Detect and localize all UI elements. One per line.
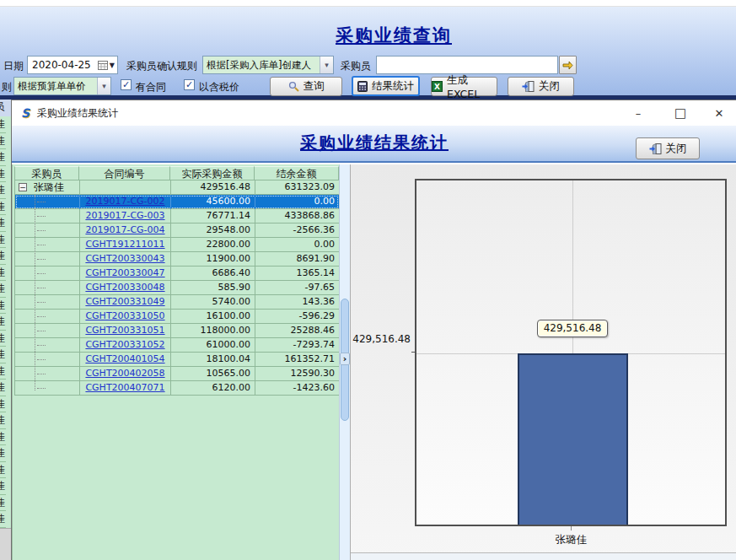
table-row[interactable]: 2019017-CG-004 29548.00 -2566.36 xyxy=(15,223,339,238)
contract-link[interactable]: CGHT200331050 xyxy=(85,310,164,321)
actual-amount-cell: 11900.00 xyxy=(171,252,255,267)
background-grid-row-fragment: 佳 xyxy=(0,331,6,347)
contract-link[interactable]: CGHT200330047 xyxy=(85,267,164,278)
splitter-collapse-button[interactable]: › xyxy=(340,353,350,365)
balance-amount-cell: -2566.36 xyxy=(255,223,340,238)
balance-amount-cell: 143.36 xyxy=(255,295,340,310)
bar-zhanglujia[interactable] xyxy=(518,353,628,525)
maximize-button[interactable]: □ xyxy=(666,100,695,126)
contract-cell: CGHT200331049 xyxy=(80,295,171,310)
balance-amount-cell: -1423.60 xyxy=(255,381,340,396)
contract-link[interactable]: 2019017-CG-003 xyxy=(85,210,164,221)
buyer-picker-button[interactable] xyxy=(559,56,577,74)
buyer-label: 采购员 xyxy=(341,59,371,73)
contract-link[interactable]: CGHT191211011 xyxy=(85,239,164,250)
contract-link[interactable]: 2019017-CG-004 xyxy=(85,224,164,235)
tree-connector xyxy=(37,245,46,245)
contract-link[interactable]: CGHT200330043 xyxy=(85,253,164,264)
tree-connector xyxy=(37,302,46,303)
table-row[interactable]: CGHT200331051 118000.00 25288.46 xyxy=(15,324,339,338)
col-balance[interactable]: 结余金额 xyxy=(255,166,339,180)
export-excel-button-label: 生成EXCEL xyxy=(447,73,497,100)
price-rule-label: 则 xyxy=(2,80,12,94)
close-query-button[interactable]: 关闭 xyxy=(508,77,574,96)
contract-cell: CGHT200401054 xyxy=(80,353,171,367)
dialog-content: 采购员 合同编号 实际采购金额 结余金额 − 张璐佳 429516.48 6 xyxy=(12,164,736,560)
dialog-titlebar[interactable]: S 采购业绩结果统计 – □ ✕ xyxy=(12,100,736,126)
tree-cell xyxy=(15,267,80,281)
tree-cell xyxy=(15,223,80,238)
minimize-button[interactable]: – xyxy=(624,100,653,126)
calendar-icon[interactable] xyxy=(98,60,108,70)
actual-amount-cell: 5740.00 xyxy=(171,295,255,310)
background-grid-row-fragment: 佳 xyxy=(0,149,6,166)
actual-amount-cell: 6120.00 xyxy=(171,381,255,396)
tree-cell xyxy=(15,381,80,396)
contract-link[interactable]: 2019017-CG-002 xyxy=(85,196,164,207)
tax-price-checkbox[interactable]: ✓ xyxy=(184,79,195,90)
background-grid-row-fragment: 佳 xyxy=(0,199,6,216)
chevron-down-icon[interactable]: ▾ xyxy=(320,57,333,73)
contract-cell: 2019017-CG-004 xyxy=(80,223,171,238)
background-grid-row-fragment: 佳 xyxy=(0,248,6,265)
background-grid-row-fragment: 佳 xyxy=(0,495,6,512)
table-row[interactable]: CGHT200402058 10565.00 12590.30 xyxy=(15,367,339,381)
background-grid-row-fragment: 佳 xyxy=(0,182,6,199)
contract-link[interactable]: CGHT200402058 xyxy=(85,368,164,379)
actual-amount-cell: 45600.00 xyxy=(171,195,255,209)
buyer-cell: − 张璐佳 xyxy=(15,180,80,195)
tree-connector xyxy=(37,230,46,231)
result-stats-button[interactable]: 结果统计 xyxy=(352,76,420,96)
desktop-top-strip xyxy=(0,0,736,7)
close-dialog-button[interactable]: 关闭 xyxy=(636,137,700,159)
col-buyer[interactable]: 采购员 xyxy=(14,166,79,180)
x-axis-category-label: 张璐佳 xyxy=(520,533,622,547)
export-excel-button[interactable]: X 生成EXCEL xyxy=(431,77,497,96)
table-row[interactable]: CGHT200331049 5740.00 143.36 xyxy=(15,295,339,310)
table-row[interactable]: 2019017-CG-003 76771.14 433868.86 xyxy=(15,209,339,223)
table-row[interactable]: 2019017-CG-002 45600.00 0.00 xyxy=(15,195,339,209)
contract-link[interactable]: CGHT200331049 xyxy=(85,296,164,307)
table-row[interactable]: CGHT200401054 18100.04 161352.71 xyxy=(15,353,339,367)
date-dropdown-arrow-icon[interactable]: ▼ xyxy=(110,62,115,69)
price-rule-value: 根据预算单单价 xyxy=(18,80,86,93)
table-row[interactable]: CGHT200330047 6686.40 1365.14 xyxy=(15,267,339,281)
contract-cell: CGHT200331051 xyxy=(80,324,171,338)
contract-link[interactable]: CGHT200407071 xyxy=(85,382,164,393)
bar-chart-plot xyxy=(415,179,727,526)
balance-amount-cell: -7293.74 xyxy=(255,338,340,353)
balance-amount-cell: -596.29 xyxy=(255,310,340,324)
result-stats-button-label: 结果统计 xyxy=(372,79,414,94)
close-window-button[interactable]: ✕ xyxy=(705,100,733,126)
table-row[interactable]: CGHT200330043 11900.00 8691.90 xyxy=(15,252,339,267)
table-row[interactable]: CGHT191211011 22800.00 0.00 xyxy=(15,238,339,252)
chevron-down-icon[interactable]: ▾ xyxy=(97,78,110,94)
table-group-row[interactable]: − 张璐佳 429516.48 631323.09 xyxy=(15,180,339,195)
col-contract[interactable]: 合同编号 xyxy=(79,166,170,180)
contract-link[interactable]: CGHT200401054 xyxy=(85,353,164,364)
query-button[interactable]: 查询 xyxy=(270,77,342,96)
table-row[interactable]: CGHT200331052 61000.00 -7293.74 xyxy=(15,338,339,353)
background-grid-footer xyxy=(0,528,11,560)
tax-price-label: 以含税价 xyxy=(199,80,239,94)
buyer-rule-select[interactable]: 根据[采购入库单]创建人 ▾ xyxy=(202,56,334,74)
table-scrollbar[interactable]: › xyxy=(339,164,350,560)
collapse-expander[interactable]: − xyxy=(19,183,27,191)
date-value: 2020-04-25 xyxy=(32,59,91,71)
price-rule-select[interactable]: 根据预算单单价 ▾ xyxy=(13,77,111,95)
tree-cell xyxy=(15,338,80,353)
contract-link[interactable]: CGHT200331051 xyxy=(85,325,164,336)
date-input[interactable]: 2020-04-25 ▼ xyxy=(27,56,118,74)
balance-amount-cell: 0.00 xyxy=(255,195,340,209)
table-row[interactable]: CGHT200331050 16100.00 -596.29 xyxy=(15,310,339,324)
actual-amount-cell: 18100.04 xyxy=(171,353,255,367)
has-contract-checkbox[interactable]: ✓ xyxy=(121,79,132,90)
buyer-input[interactable] xyxy=(376,56,558,74)
table-row[interactable]: CGHT200330048 585.90 -97.65 xyxy=(15,281,339,295)
table-row[interactable]: CGHT200407071 6120.00 -1423.60 xyxy=(15,381,339,396)
contract-link[interactable]: CGHT200331052 xyxy=(85,339,164,350)
tree-cell xyxy=(15,238,80,252)
query-button-label: 查询 xyxy=(304,79,325,94)
contract-link[interactable]: CGHT200330048 xyxy=(85,282,164,293)
col-actual[interactable]: 实际采购金额 xyxy=(170,166,255,180)
